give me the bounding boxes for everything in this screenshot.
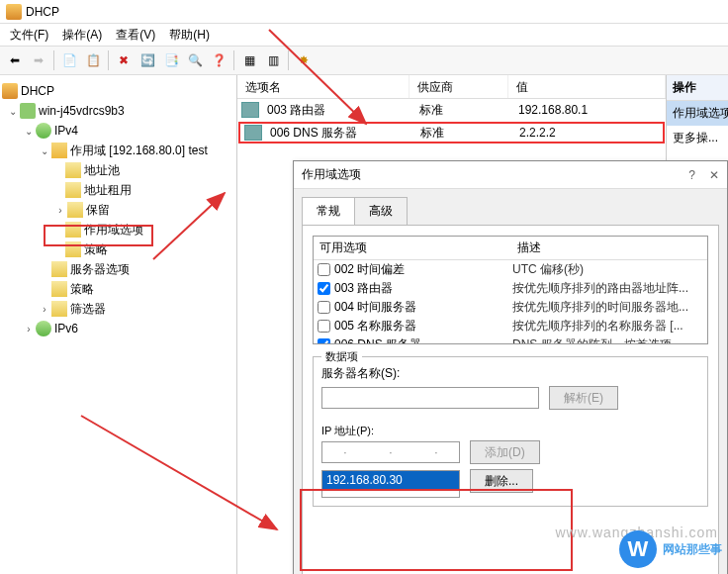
- add-button[interactable]: 📄: [58, 49, 80, 71]
- data-fieldset: 数据项 服务器名称(S): 解析(E) IP 地址(P): ··· 添加(D) …: [313, 356, 708, 507]
- option-checkbox[interactable]: [318, 282, 330, 295]
- tree-leases[interactable]: 地址租用: [0, 180, 236, 200]
- window-title: DHCP: [26, 5, 59, 19]
- help-icon[interactable]: ?: [688, 168, 695, 182]
- list-header: 选项名 供应商 值: [237, 75, 666, 99]
- separator: [288, 50, 289, 70]
- ip-list-item[interactable]: 192.168.80.30: [322, 471, 459, 489]
- tab-body: 可用选项 描述 002 时间偏差UTC 偏移(秒)003 路由器按优先顺序排列的…: [302, 225, 719, 574]
- separator: [108, 50, 109, 70]
- watermark-icon: W: [619, 530, 657, 568]
- auth-button[interactable]: ✸: [293, 49, 315, 71]
- actions-scope-options[interactable]: 作用域选项: [667, 101, 728, 126]
- dialog-titlebar: 作用域选项 ? ✕: [294, 161, 727, 189]
- tabs: 常规 高级: [302, 197, 719, 225]
- tree-scope[interactable]: ⌄作用域 [192.168.80.0] test: [0, 141, 236, 160]
- options-listbox[interactable]: 可用选项 描述 002 时间偏差UTC 偏移(秒)003 路由器按优先顺序排列的…: [313, 236, 708, 344]
- scope-options-dialog: 作用域选项 ? ✕ 常规 高级 可用选项 描述 002 时间偏差UTC 偏移(秒…: [293, 160, 728, 574]
- tree-pool[interactable]: 地址池: [0, 160, 236, 180]
- expand-icon[interactable]: ⌄: [6, 104, 20, 118]
- delete-button[interactable]: 删除...: [470, 469, 533, 493]
- tree-server[interactable]: ⌄win-j45vdrcs9b3: [0, 101, 236, 121]
- col-value[interactable]: 值: [508, 75, 666, 98]
- menu-action[interactable]: 操作(A): [56, 27, 108, 44]
- export-button[interactable]: 📑: [160, 49, 182, 71]
- ip-input[interactable]: ···: [321, 441, 460, 463]
- actions-header: 操作: [667, 75, 728, 101]
- option-checkbox[interactable]: [318, 263, 330, 276]
- tree-dhcp[interactable]: DHCP: [0, 81, 236, 101]
- menu-file[interactable]: 文件(F): [4, 27, 54, 44]
- help-button[interactable]: ❓: [208, 49, 229, 71]
- expand-icon[interactable]: ›: [38, 302, 51, 316]
- opt-col-desc[interactable]: 描述: [511, 237, 707, 259]
- list-row[interactable]: 003 路由器 标准 192.168.80.1: [237, 99, 666, 121]
- expand-icon[interactable]: ⌄: [38, 144, 51, 157]
- actions-more[interactable]: 更多操...: [667, 126, 728, 150]
- tree-scope-options[interactable]: 作用域选项: [0, 220, 236, 239]
- scope-icon: [51, 143, 67, 158]
- tree-reservations[interactable]: ›保留: [0, 200, 236, 220]
- option-checkbox[interactable]: [318, 338, 330, 344]
- col-vendor[interactable]: 供应商: [410, 75, 508, 98]
- ipv4-icon: [36, 123, 51, 139]
- folder-icon: [65, 162, 81, 178]
- server-icon: [20, 103, 36, 119]
- menubar: 文件(F) 操作(A) 查看(V) 帮助(H): [0, 24, 728, 46]
- dhcp-icon: [6, 4, 22, 20]
- tree-server-options[interactable]: 服务器选项: [0, 259, 236, 279]
- option-icon: [244, 125, 262, 141]
- option-row[interactable]: 005 名称服务器按优先顺序排列的名称服务器 [...: [314, 317, 707, 335]
- separator: [233, 50, 234, 70]
- list-row-highlight[interactable]: 006 DNS 服务器 标准 2.2.2.2: [238, 122, 665, 144]
- ipv6-icon: [36, 321, 51, 336]
- ip-list[interactable]: 192.168.80.30: [321, 470, 460, 498]
- close-icon[interactable]: ✕: [709, 168, 719, 182]
- tab-general[interactable]: 常规: [302, 197, 355, 225]
- titlebar: DHCP: [0, 0, 728, 24]
- expand-icon[interactable]: ›: [22, 322, 36, 335]
- refresh-button[interactable]: 🔄: [136, 49, 158, 71]
- columns-button[interactable]: ▥: [262, 49, 284, 71]
- tree-policies-scope[interactable]: 策略: [0, 239, 236, 259]
- resolve-button[interactable]: 解析(E): [549, 386, 618, 410]
- watermark: W 网站那些事: [619, 530, 722, 568]
- folder-icon: [51, 261, 67, 277]
- expand-icon[interactable]: ⌄: [22, 124, 36, 138]
- options-icon: [65, 222, 81, 238]
- properties-button[interactable]: 📋: [82, 49, 104, 71]
- tree-ipv4[interactable]: ⌄IPv4: [0, 121, 236, 141]
- option-row[interactable]: 003 路由器按优先顺序排列的路由器地址阵...: [314, 279, 707, 298]
- view-button[interactable]: ▦: [238, 49, 260, 71]
- folder-icon: [65, 182, 81, 198]
- tab-advanced[interactable]: 高级: [354, 197, 408, 225]
- menu-view[interactable]: 查看(V): [110, 27, 161, 44]
- tree-policies[interactable]: 策略: [0, 279, 236, 299]
- ip-label: IP 地址(P):: [321, 424, 699, 438]
- option-row[interactable]: 004 时间服务器按优先顺序排列的时间服务器地...: [314, 298, 707, 317]
- option-checkbox[interactable]: [318, 301, 330, 314]
- option-checkbox[interactable]: [318, 320, 330, 333]
- find-button[interactable]: 🔍: [184, 49, 206, 71]
- menu-help[interactable]: 帮助(H): [163, 27, 216, 44]
- opt-col-name[interactable]: 可用选项: [314, 237, 511, 259]
- tree-filters[interactable]: ›筛选器: [0, 299, 236, 319]
- data-legend: 数据项: [321, 349, 362, 364]
- folder-icon: [65, 241, 81, 257]
- tree-ipv6[interactable]: ›IPv6: [0, 319, 236, 338]
- col-name[interactable]: 选项名: [237, 75, 410, 98]
- option-icon: [241, 102, 259, 118]
- separator: [53, 50, 54, 70]
- folder-icon: [67, 202, 83, 218]
- expand-icon[interactable]: ›: [53, 203, 67, 217]
- server-name-input[interactable]: [321, 387, 539, 409]
- dialog-title: 作用域选项: [302, 166, 361, 183]
- forward-button: ➡: [28, 49, 49, 71]
- option-row[interactable]: 002 时间偏差UTC 偏移(秒): [314, 260, 707, 279]
- folder-icon: [51, 301, 67, 317]
- option-row[interactable]: 006 DNS 服务器DNS 服务器的阵列，按首选项...: [314, 335, 707, 344]
- add-button[interactable]: 添加(D): [470, 440, 540, 464]
- delete-button[interactable]: ✖: [113, 49, 135, 71]
- back-button[interactable]: ⬅: [4, 49, 26, 71]
- toolbar: ⬅ ➡ 📄 📋 ✖ 🔄 📑 🔍 ❓ ▦ ▥ ✸: [0, 46, 728, 75]
